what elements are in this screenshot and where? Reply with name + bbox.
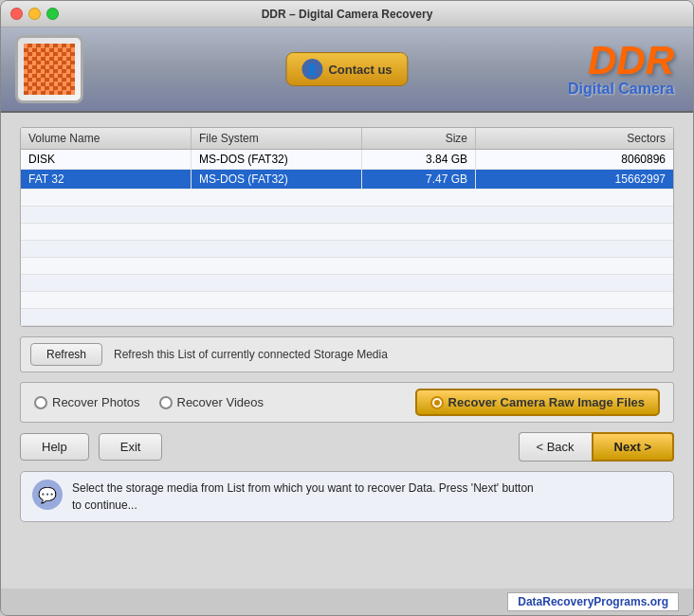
refresh-row: Refresh Refresh this List of currently c… xyxy=(20,336,674,372)
contact-icon: 👤 xyxy=(301,59,322,80)
cell-size: 3.84 GB xyxy=(362,150,476,169)
main-content: Volume Name File System Size Sectors DIS… xyxy=(1,113,693,589)
cell-volume: FAT 32 xyxy=(21,170,192,189)
header: 👤 Contact us DDR Digital Camera xyxy=(1,27,693,113)
empty-row xyxy=(21,190,673,207)
nav-group: < Back Next > xyxy=(519,432,675,462)
recover-camera-raw-button[interactable]: Recover Camera Raw Image Files xyxy=(415,389,660,416)
logo-icon xyxy=(24,44,75,95)
col-filesystem: File System xyxy=(192,128,362,149)
empty-rows xyxy=(21,190,673,326)
empty-row xyxy=(21,292,673,309)
radio-inner-dot xyxy=(434,400,440,406)
app-logo xyxy=(15,35,83,103)
contact-button[interactable]: 👤 Contact us xyxy=(285,52,408,86)
brand-ddr-text: DDR xyxy=(568,41,674,81)
footer-brand: DataRecoveryPrograms.org xyxy=(507,592,679,611)
volume-table: Volume Name File System Size Sectors DIS… xyxy=(20,127,674,327)
minimize-button[interactable] xyxy=(28,8,41,20)
recovery-options-row: Recover Photos Recover Videos Recover Ca… xyxy=(20,382,674,423)
window-controls xyxy=(10,8,59,20)
button-row: Help Exit < Back Next > xyxy=(20,432,674,462)
col-volume-name: Volume Name xyxy=(21,128,192,149)
col-size: Size xyxy=(362,128,476,149)
radio-circle-videos xyxy=(159,396,173,409)
title-bar: DDR – Digital Camera Recovery xyxy=(1,1,693,27)
table-body: DISK MS-DOS (FAT32) 3.84 GB 8060896 FAT … xyxy=(21,150,673,326)
close-button[interactable] xyxy=(10,8,23,20)
brand-sub-text: Digital Camera xyxy=(568,81,674,98)
recover-videos-label: Recover Videos xyxy=(177,395,265,409)
table-row[interactable]: FAT 32 MS-DOS (FAT32) 7.47 GB 15662997 xyxy=(21,170,673,190)
radio-circle-raw-selected xyxy=(430,396,444,409)
status-message: Select the storage media from List from … xyxy=(72,480,534,514)
next-button[interactable]: Next > xyxy=(592,432,674,462)
maximize-button[interactable] xyxy=(46,8,59,20)
empty-row xyxy=(21,241,673,258)
col-sectors: Sectors xyxy=(476,128,673,149)
radio-recover-photos[interactable]: Recover Photos xyxy=(34,395,140,409)
back-button[interactable]: < Back xyxy=(519,432,592,462)
refresh-button[interactable]: Refresh xyxy=(30,343,102,366)
recover-raw-label: Recover Camera Raw Image Files xyxy=(448,395,645,409)
recover-photos-label: Recover Photos xyxy=(52,395,140,409)
cell-size: 7.47 GB xyxy=(362,170,476,189)
table-header: Volume Name File System Size Sectors xyxy=(21,128,673,150)
window-title: DDR – Digital Camera Recovery xyxy=(262,8,433,21)
empty-row xyxy=(21,224,673,241)
refresh-description: Refresh this List of currently connected… xyxy=(114,348,388,361)
radio-recover-videos[interactable]: Recover Videos xyxy=(159,395,265,409)
status-line1: Select the storage media from List from … xyxy=(72,481,534,495)
main-window: DDR – Digital Camera Recovery 👤 Contact … xyxy=(0,0,694,616)
cell-sectors: 8060896 xyxy=(476,150,673,169)
empty-row xyxy=(21,258,673,275)
empty-row xyxy=(21,309,673,326)
radio-circle-photos xyxy=(34,396,47,409)
brand-area: DDR Digital Camera xyxy=(568,41,674,98)
cell-volume: DISK xyxy=(21,150,192,169)
cell-filesystem: MS-DOS (FAT32) xyxy=(192,170,362,189)
cell-sectors: 15662997 xyxy=(476,170,673,189)
cell-filesystem: MS-DOS (FAT32) xyxy=(192,150,362,169)
status-icon: 💬 xyxy=(32,480,63,510)
footer: DataRecoveryPrograms.org xyxy=(1,589,693,615)
status-line2: to continue... xyxy=(72,498,137,512)
help-button[interactable]: Help xyxy=(20,433,89,461)
empty-row xyxy=(21,207,673,224)
table-row[interactable]: DISK MS-DOS (FAT32) 3.84 GB 8060896 xyxy=(21,150,673,170)
status-bar: 💬 Select the storage media from List fro… xyxy=(20,471,674,522)
empty-row xyxy=(21,275,673,292)
exit-button[interactable]: Exit xyxy=(99,433,163,461)
